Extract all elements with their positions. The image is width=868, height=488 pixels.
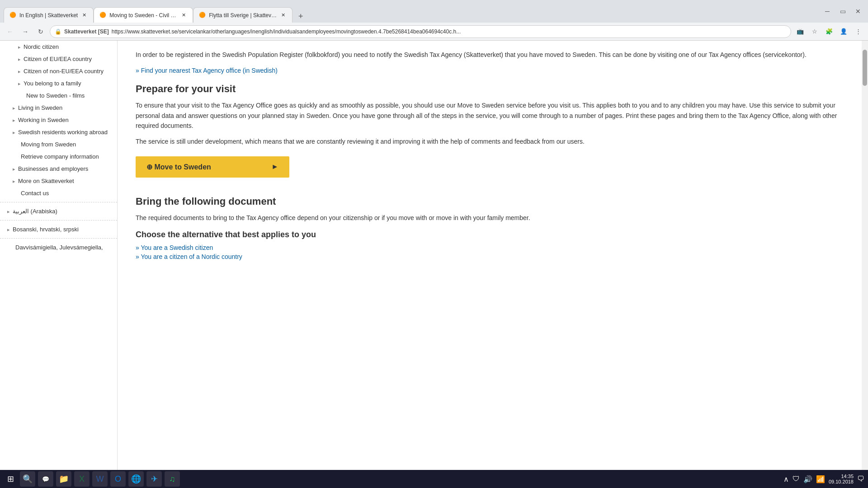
sidebar-item-family[interactable]: ▸ You belong to a family <box>0 77 117 89</box>
address-bar-actions: 📺 ☆ 🧩 👤 ⋮ <box>794 25 864 38</box>
tab-2[interactable]: 🟠 Moving to Sweden - Civil regist... ✕ <box>94 7 193 23</box>
browser-chrome: 🟠 In English | Skatteverket ✕ 🟠 Moving t… <box>0 0 868 23</box>
sidebar-item-label: Citizen of EU/EEA country <box>24 56 92 62</box>
tab-3-label: Flytta till Sverige | Skatteverket <box>209 12 277 19</box>
sidebar-item-label: Nordic citizen <box>24 43 59 50</box>
sidebar-item-swedish-abroad[interactable]: ▸ Swedish residents working abroad <box>0 126 117 138</box>
tab-2-label: Moving to Sweden - Civil regist... <box>109 12 177 19</box>
move-btn-label: ⊕ Move to Sweden <box>146 163 211 171</box>
section1-para1: To ensure that your visit to the Tax Age… <box>136 100 844 131</box>
sidebar-divider-2 <box>0 220 117 221</box>
cast-icon[interactable]: 📺 <box>794 25 807 38</box>
bullet-icon: ▸ <box>18 81 21 87</box>
bullet-icon: ▸ <box>13 166 15 172</box>
extensions-icon[interactable]: 🧩 <box>823 25 835 38</box>
scrollbar[interactable] <box>862 41 868 470</box>
move-btn-text: Move to Sweden <box>154 163 211 171</box>
close-window-button[interactable]: ✕ <box>852 5 864 18</box>
sidebar-item-working[interactable]: ▸ Working in Sweden <box>0 114 117 126</box>
sidebar-divider-3 <box>0 238 117 239</box>
main-content: In order to be registered in the Swedish… <box>118 41 862 470</box>
sidebar-item-non-eu-citizen[interactable]: ▸ Citizen of non-EU/EEA country <box>0 65 117 77</box>
sidebar-item-eu-citizen[interactable]: ▸ Citizen of EU/EEA country <box>0 53 117 65</box>
tab-2-close[interactable]: ✕ <box>180 12 187 19</box>
minimize-button[interactable]: ─ <box>821 5 834 18</box>
sidebar-item-moving-from[interactable]: Moving from Sweden <box>0 138 117 150</box>
bullet-icon: ▸ <box>13 178 15 184</box>
sidebar-item-label: Businesses and employers <box>18 165 88 172</box>
move-btn-arrow-icon: ► <box>271 163 278 171</box>
new-tab-button[interactable]: + <box>294 10 307 23</box>
sidebar-item-bosnian[interactable]: ▸ Bosanski, hrvatski, srpski <box>0 223 117 235</box>
move-btn-icon: ⊕ <box>146 163 152 171</box>
bullet-icon: ▸ <box>13 117 15 123</box>
sidebar-item-label: Citizen of non-EU/EEA country <box>24 68 104 75</box>
reload-button[interactable]: ↻ <box>34 25 47 38</box>
sidebar-item-contact[interactable]: Contact us <box>0 187 117 199</box>
sidebar-item-label: More on Skatteverket <box>18 178 74 184</box>
nordic-country-link[interactable]: » You are a citizen of a Nordic country <box>136 253 844 260</box>
tab-1-label: In English | Skatteverket <box>19 12 78 19</box>
tab-1[interactable]: 🟠 In English | Skatteverket ✕ <box>4 7 94 23</box>
sidebar-item-label: Davvisámigiella, Julevsámegiella, <box>15 244 103 251</box>
tab-1-icon: 🟠 <box>9 12 17 19</box>
sidebar-item-label: العربية (Arabiska) <box>13 208 57 215</box>
bullet-icon: ▸ <box>18 44 21 50</box>
sidebar-item-label: You belong to a family <box>24 80 81 87</box>
tab-3-close[interactable]: ✕ <box>279 12 287 19</box>
sidebar-item-retrieve-company[interactable]: Retrieve company information <box>0 150 117 163</box>
bullet-icon: ▸ <box>7 209 10 215</box>
tab-3[interactable]: 🟠 Flytta till Sverige | Skatteverket ✕ <box>193 7 292 23</box>
sidebar-item-label: Swedish residents working abroad <box>18 129 108 136</box>
intro-paragraph: In order to be registered in the Swedish… <box>136 50 844 60</box>
bullet-icon: ▸ <box>18 69 21 75</box>
address-bar[interactable]: 🔒 Skatteverket [SE] https://www.skatteve… <box>50 25 791 38</box>
browser-tabs: 🟠 In English | Skatteverket ✕ 🟠 Moving t… <box>4 0 307 23</box>
bookmark-icon[interactable]: ☆ <box>808 25 821 38</box>
lock-icon: 🔒 <box>55 28 61 35</box>
sidebar-item-davvi[interactable]: Davvisámigiella, Julevsámegiella, <box>0 241 117 253</box>
bullet-icon: ▸ <box>7 227 10 233</box>
sidebar-item-arabic[interactable]: ▸ العربية (Arabiska) <box>0 205 117 217</box>
move-to-sweden-button[interactable]: ⊕ Move to Sweden ► <box>136 156 289 178</box>
sidebar-item-more[interactable]: ▸ More on Skatteverket <box>0 175 117 187</box>
section2-para: The required documents to bring to the T… <box>136 213 844 223</box>
site-label: Skatteverket [SE] <box>64 28 109 35</box>
forward-button[interactable]: → <box>19 25 32 38</box>
bullet-icon: ▸ <box>13 105 15 111</box>
section3-title: Choose the alternative that best applies… <box>136 230 844 239</box>
tab-1-close[interactable]: ✕ <box>80 12 88 19</box>
tab-2-icon: 🟠 <box>99 12 107 19</box>
sidebar-item-new-to-sweden[interactable]: New to Sweden - films <box>0 89 117 102</box>
sidebar-item-label: Bosanski, hrvatski, srpski <box>13 226 79 233</box>
scrollbar-thumb[interactable] <box>863 50 867 86</box>
tax-office-link[interactable]: » Find your nearest Tax Agency office (i… <box>136 67 278 74</box>
tab-3-icon: 🟠 <box>199 12 206 19</box>
swedish-citizen-link[interactable]: » You are a Swedish citizen <box>136 244 844 251</box>
sidebar-item-label: Retrieve company information <box>21 153 99 160</box>
address-bar-row: ← → ↻ 🔒 Skatteverket [SE] https://www.sk… <box>0 23 868 41</box>
back-button[interactable]: ← <box>4 25 16 38</box>
section1-para2: The service is still under development, … <box>136 136 844 146</box>
section1-title: Prepare for your visit <box>136 83 844 95</box>
sidebar-item-label: Contact us <box>21 190 49 197</box>
page-layout: ▸ Nordic citizen ▸ Citizen of EU/EEA cou… <box>0 41 868 470</box>
menu-icon[interactable]: ⋮ <box>852 25 864 38</box>
bullet-icon: ▸ <box>18 56 21 62</box>
bullet-icon: ▸ <box>13 130 15 136</box>
sidebar-item-label: Moving from Sweden <box>21 141 76 148</box>
sidebar-item-label: New to Sweden - films <box>26 92 85 99</box>
sidebar: ▸ Nordic citizen ▸ Citizen of EU/EEA cou… <box>0 41 118 470</box>
address-text: https://www.skatteverket.se/servicelanka… <box>112 28 786 35</box>
sidebar-item-nordic-citizen[interactable]: ▸ Nordic citizen <box>0 41 117 53</box>
profile-icon[interactable]: 👤 <box>837 25 850 38</box>
maximize-button[interactable]: ▭ <box>836 5 849 18</box>
sidebar-item-living[interactable]: ▸ Living in Sweden <box>0 102 117 114</box>
sidebar-item-businesses[interactable]: ▸ Businesses and employers <box>0 163 117 175</box>
section2-title: Bring the following document <box>136 196 844 207</box>
sidebar-item-label: Living in Sweden <box>18 104 62 111</box>
sidebar-divider-1 <box>0 202 117 202</box>
sidebar-item-label: Working in Sweden <box>18 117 69 123</box>
